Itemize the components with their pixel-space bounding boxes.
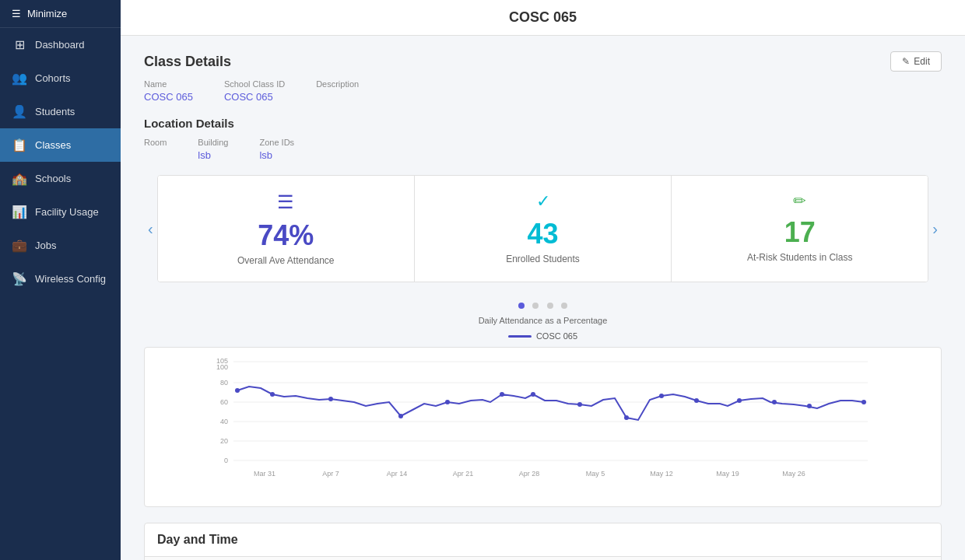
detail-name: Name COSC 065	[144, 79, 193, 103]
svg-text:May 19: May 19	[716, 470, 739, 478]
main-area: COSC 065 Class Details ✎ Edit Name COSC …	[121, 0, 965, 560]
chart-title: Daily Attendance as a Percentage	[144, 316, 942, 325]
col-start[interactable]: Start ↕	[456, 557, 698, 560]
sidebar-item-label-wireless-config: Wireless Config	[35, 273, 106, 285]
location-details-grid: Room Building lsb Zone IDs lsb	[144, 138, 942, 161]
svg-text:May 12: May 12	[650, 470, 673, 478]
classes-icon: 📋	[12, 138, 27, 152]
at-risk-label: At-Risk Students in Class	[687, 252, 912, 263]
svg-point-22	[235, 388, 240, 393]
svg-text:Mar 31: Mar 31	[254, 470, 275, 478]
detail-school-class-id-value: COSC 065	[224, 91, 285, 103]
dot-1[interactable]	[518, 303, 525, 309]
svg-text:May 5: May 5	[586, 470, 605, 478]
svg-point-32	[694, 398, 699, 403]
detail-building: Building lsb	[198, 138, 228, 161]
detail-name-value: COSC 065	[144, 91, 193, 103]
sidebar-item-label-students: Students	[35, 106, 75, 117]
stats-row: ‹ ☰ 74% Overall Ave Attendance ✓ 43 Enro…	[144, 175, 942, 282]
detail-description: Description	[316, 79, 359, 103]
sidebar-item-dashboard[interactable]: ⊞Dashboard	[0, 28, 121, 61]
prev-arrow-button[interactable]: ‹	[144, 216, 157, 242]
svg-point-31	[659, 394, 664, 398]
dot-2[interactable]	[532, 303, 539, 309]
svg-point-35	[807, 404, 812, 408]
enrolled-label: Enrolled Students	[430, 254, 655, 264]
sidebar-item-facility-usage[interactable]: 📊Facility Usage	[0, 195, 121, 229]
sidebar-item-students[interactable]: 👤Students	[0, 95, 121, 128]
enrolled-icon: ✓	[430, 191, 655, 212]
attendance-icon: ☰	[174, 191, 398, 213]
svg-point-27	[500, 392, 504, 397]
edit-label: Edit	[914, 56, 930, 67]
sidebar-item-label-facility-usage: Facility Usage	[35, 206, 99, 218]
page-title: COSC 065	[121, 0, 965, 36]
svg-point-24	[328, 397, 333, 401]
sidebar-item-label-cohorts: Cohorts	[35, 72, 71, 84]
sidebar-item-cohorts[interactable]: 👥Cohorts	[0, 61, 121, 95]
edit-icon: ✎	[902, 56, 910, 67]
svg-point-34	[772, 400, 777, 404]
detail-room: Room	[144, 138, 167, 161]
svg-point-29	[577, 402, 582, 407]
svg-text:Apr 28: Apr 28	[519, 470, 540, 478]
enrolled-value: 43	[430, 218, 655, 250]
svg-point-36	[861, 400, 866, 404]
sidebar-item-wireless-config[interactable]: 📡Wireless Config	[0, 262, 121, 296]
attendance-label: Overall Ave Attendance	[174, 255, 398, 266]
col-end[interactable]: End ↕	[699, 557, 941, 560]
detail-building-label: Building	[198, 138, 228, 147]
sidebar-item-classes[interactable]: 📋Classes	[0, 128, 121, 162]
at-risk-icon: ✏	[687, 191, 912, 210]
attendance-chart: 105 100 80 60 40 20 0 Mar 31 Apr 7 Apr 1…	[153, 355, 929, 495]
svg-text:Apr 21: Apr 21	[453, 470, 474, 478]
sidebar-item-label-schools: Schools	[35, 173, 71, 184]
day-time-table: Day ↕ Start ↕ End ↕ Mondays10:00am11:05a…	[145, 557, 941, 560]
sidebar-item-schools[interactable]: 🏫Schools	[0, 162, 121, 195]
chart-area: 105 100 80 60 40 20 0 Mar 31 Apr 7 Apr 1…	[144, 347, 942, 507]
class-details-header: Class Details ✎ Edit	[144, 51, 942, 72]
svg-text:40: 40	[220, 418, 228, 425]
svg-point-25	[398, 414, 403, 418]
sidebar-item-label-classes: Classes	[35, 139, 71, 151]
svg-point-30	[624, 415, 629, 420]
facility-usage-icon: 📊	[12, 205, 27, 219]
detail-zone-ids: Zone IDs lsb	[259, 138, 294, 161]
detail-school-class-id-label: School Class ID	[224, 79, 285, 89]
carousel-dots	[144, 298, 942, 312]
legend-label: COSC 065	[536, 331, 577, 341]
content-area: Class Details ✎ Edit Name COSC 065 Schoo…	[121, 36, 965, 560]
detail-name-label: Name	[144, 79, 193, 89]
svg-text:60: 60	[220, 398, 228, 406]
sidebar-item-label-jobs: Jobs	[35, 240, 56, 251]
detail-building-value: lsb	[198, 149, 228, 161]
sidebar: ☰ Minimize ⊞Dashboard👥Cohorts👤Students📋C…	[0, 0, 121, 560]
sidebar-item-jobs[interactable]: 💼Jobs	[0, 229, 121, 262]
minimize-button[interactable]: ☰ Minimize	[0, 0, 121, 28]
detail-zone-ids-value: lsb	[259, 149, 294, 161]
hamburger-icon: ☰	[12, 8, 21, 19]
class-details-title: Class Details	[144, 54, 231, 70]
schools-icon: 🏫	[12, 171, 27, 186]
svg-text:100: 100	[216, 363, 228, 371]
col-day[interactable]: Day ↕	[145, 557, 456, 560]
detail-room-label: Room	[144, 138, 167, 147]
stat-card-at-risk: ✏ 17 At-Risk Students in Class	[672, 176, 928, 282]
svg-point-23	[270, 392, 275, 397]
sidebar-item-label-dashboard: Dashboard	[35, 39, 85, 51]
day-time-title: Day and Time	[145, 523, 941, 557]
location-details-title: Location Details	[144, 117, 942, 130]
dot-3[interactable]	[547, 303, 553, 309]
dot-4[interactable]	[561, 303, 567, 309]
svg-text:80: 80	[220, 379, 228, 387]
svg-text:20: 20	[220, 437, 228, 445]
svg-point-26	[445, 400, 450, 404]
class-details-grid: Name COSC 065 School Class ID COSC 065 D…	[144, 79, 942, 103]
detail-school-class-id: School Class ID COSC 065	[224, 79, 285, 103]
dashboard-icon: ⊞	[12, 37, 27, 52]
stats-cards: ☰ 74% Overall Ave Attendance ✓ 43 Enroll…	[157, 175, 929, 282]
edit-button[interactable]: ✎ Edit	[890, 51, 942, 72]
svg-point-33	[737, 398, 742, 403]
next-arrow-button[interactable]: ›	[928, 216, 942, 242]
detail-description-label: Description	[316, 79, 359, 89]
